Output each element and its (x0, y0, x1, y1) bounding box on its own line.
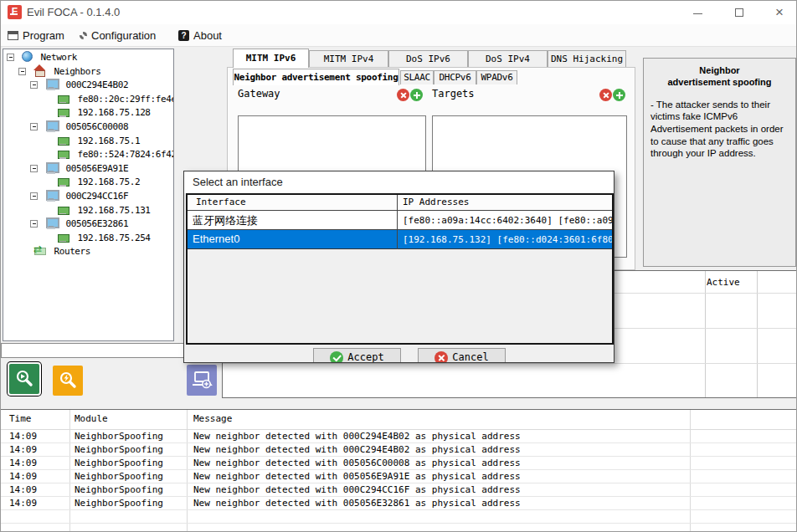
log-cell-module: NeighborSpoofing (75, 431, 163, 442)
expand-toggle[interactable] (30, 220, 38, 228)
subtab-neighbor-advertisement-spoofing[interactable]: Neighbor advertisement spoofing (233, 69, 399, 85)
tree-node[interactable]: fe80::20c:29ff:fe4e:4b02 (3, 93, 173, 107)
tree-node-label: Network (40, 52, 77, 63)
tree-node-label: fe80::20c:29ff:fe4e:4b02 (77, 94, 174, 105)
globe-icon (22, 51, 33, 62)
add-host-button[interactable] (187, 365, 217, 396)
minimize-icon (693, 13, 702, 14)
nic-icon (57, 135, 69, 146)
nic-icon (57, 106, 69, 117)
log-cell-message: New neighbor detected with 000C294E4B02 … (193, 431, 521, 442)
close-button[interactable]: × (763, 1, 796, 24)
targets-remove-icon[interactable] (599, 89, 612, 101)
tree-node-label: 005056E32861 (65, 218, 128, 229)
log-row[interactable]: 14:09 NeighborSpoofing New neighbor dete… (1, 457, 797, 470)
log-header-message: Message (193, 413, 232, 424)
targets-label: Targets (432, 88, 475, 100)
expand-toggle[interactable] (7, 54, 14, 61)
magnifier-play-icon (14, 369, 34, 389)
house-icon (33, 65, 46, 76)
expand-toggle[interactable] (30, 81, 38, 89)
subtab-dhcpv6[interactable]: DHCPv6 (434, 70, 476, 84)
computer-icon (45, 162, 58, 173)
fast-scan-button[interactable] (53, 366, 83, 396)
interface-name: Ethernet0 (193, 233, 395, 245)
log-row-empty (1, 524, 797, 532)
tree-node[interactable]: Neighbors (3, 65, 173, 79)
menu-configuration[interactable]: Configuration (75, 24, 161, 46)
cancel-x-icon (434, 351, 448, 363)
interface-ip-addresses: [fe80::a09a:14cc:6402:3640] [fe80::a09a:… (403, 215, 612, 226)
network-tree[interactable]: Network Neighbors 000C294E4B02 fe80::20c… (3, 49, 174, 341)
tab-dos-ipv6[interactable]: DoS IPv6 (388, 50, 468, 68)
log-row[interactable]: 14:09 NeighborSpoofing New neighbor dete… (1, 470, 797, 483)
subtab-slaac[interactable]: SLAAC (400, 70, 434, 84)
interface-row[interactable]: 蓝牙网络连接 [fe80::a09a:14cc:6402:3640] [fe80… (188, 211, 612, 230)
nic-icon (57, 204, 69, 215)
tree-node[interactable]: Network (3, 51, 173, 65)
menu-program[interactable]: Program (3, 24, 69, 46)
subtab-wpadv6[interactable]: WPADv6 (476, 70, 517, 84)
tree-node[interactable]: 005056E9A91E (3, 162, 173, 176)
tree-node[interactable]: 000C294E4B02 (3, 79, 173, 93)
targets-add-icon[interactable] (613, 89, 625, 101)
cancel-button[interactable]: Cancel (418, 348, 506, 363)
gateway-remove-icon[interactable] (397, 89, 409, 101)
log-row[interactable]: 14:09 NeighborSpoofing New neighbor dete… (1, 443, 797, 457)
tree-node[interactable]: Routers (3, 245, 173, 259)
tab-mitm-ipv6[interactable]: MITM IPv6 (233, 49, 309, 68)
dialog-header-ips: IP Addresses (403, 197, 469, 207)
tree-node[interactable]: 005056C00008 (3, 120, 173, 135)
question-icon: ? (178, 30, 189, 41)
log-cell-message: New neighbor detected with 005056E9A91E … (193, 471, 521, 482)
titlebar: F Evil FOCA - 0.1.4.0 × (1, 1, 797, 24)
menu-about[interactable]: ? About (173, 24, 227, 46)
tree-node[interactable]: 192.168.75.254 (3, 232, 173, 246)
log-cell-module: NeighborSpoofing (75, 498, 163, 509)
log-header-time: Time (9, 413, 32, 424)
expand-toggle[interactable] (30, 123, 38, 130)
nic-icon (57, 176, 69, 187)
accept-button[interactable]: Accept (313, 348, 401, 363)
close-icon: × (775, 4, 784, 20)
tree-node[interactable]: 192.168.75.2 (3, 176, 173, 190)
tree-node[interactable]: 000C294CC16F (3, 190, 173, 204)
expand-toggle[interactable] (18, 68, 26, 75)
maximize-icon (735, 8, 743, 17)
log-row[interactable]: 14:09 NeighborSpoofing New neighbor dete… (1, 483, 797, 497)
tree-node-label: 192.168.75.131 (77, 205, 150, 216)
log-panel: Time Module Message 14:09 NeighborSpoofi… (1, 409, 797, 532)
nic-icon (57, 232, 69, 243)
minimize-button[interactable] (681, 1, 714, 24)
computer-icon (45, 79, 58, 90)
menu-configuration-label: Configuration (91, 29, 156, 42)
tree-node[interactable]: 192.168.75.1 (3, 135, 173, 149)
nic-icon (57, 93, 69, 104)
grid-row-line (223, 363, 796, 364)
expand-toggle[interactable] (30, 165, 38, 172)
maximize-button[interactable] (722, 1, 756, 24)
tree-node-label: 192.168.75.254 (77, 233, 150, 243)
tree-node[interactable]: fe80::524:7824:6f42:af4 (3, 148, 173, 162)
start-scan-button[interactable] (9, 364, 39, 394)
tab-dns-hijacking[interactable]: DNS Hijacking (548, 50, 626, 68)
tree-node-label: Routers (54, 246, 90, 257)
computer-icon (45, 217, 58, 228)
dialog-title: Select an interface (184, 171, 614, 193)
tab-dos-ipv4[interactable]: DoS IPv4 (468, 50, 548, 68)
tree-node[interactable]: 192.168.75.131 (3, 204, 173, 218)
expand-toggle[interactable] (30, 192, 38, 200)
tree-node[interactable]: 192.168.75.128 (3, 106, 173, 120)
cancel-label: Cancel (452, 351, 488, 363)
log-cell-time: 14:09 (9, 484, 37, 495)
tree-node-label: Neighbors (54, 66, 100, 77)
menu-program-label: Program (23, 29, 64, 42)
gateway-add-icon[interactable] (410, 89, 423, 101)
tree-node[interactable]: 005056E32861 (3, 217, 173, 232)
log-row[interactable]: 14:09 NeighborSpoofing New neighbor dete… (1, 430, 797, 443)
tab-mitm-ipv4[interactable]: MITM IPv4 (309, 50, 388, 68)
log-row[interactable]: 14:09 NeighborSpoofing New neighbor dete… (1, 497, 797, 510)
interface-grid: Interface IP Addresses 蓝牙网络连接 [fe80::a09… (186, 193, 614, 345)
interface-row[interactable]: Ethernet0 [192.168.75.132] [fe80::d024:3… (188, 230, 612, 249)
grid-column-divider (757, 271, 758, 397)
